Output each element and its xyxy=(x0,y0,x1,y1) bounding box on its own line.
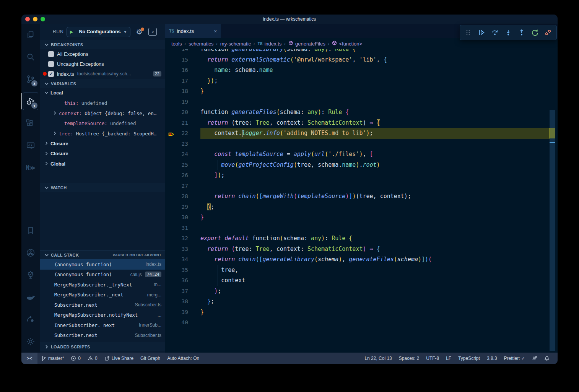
step-out-button[interactable] xyxy=(516,27,527,38)
breadcrumb-item[interactable]: generateFiles xyxy=(288,41,325,47)
breadcrumb-item[interactable]: tools xyxy=(171,41,182,47)
line-text[interactable] xyxy=(200,317,550,328)
debug-console-button[interactable]: > xyxy=(148,28,157,36)
breakpoint-row[interactable]: Uncaught Exceptions xyxy=(40,59,165,69)
code-line-17[interactable]: 17 }); xyxy=(165,76,550,86)
code-line-18[interactable]: 18} xyxy=(165,86,550,97)
gutter[interactable]: 18 xyxy=(165,86,200,97)
call-stack-frame[interactable]: (anonymous function)call.js74:24 xyxy=(40,270,165,280)
breakpoint-checkbox[interactable] xyxy=(48,61,54,67)
activity-item-nx-console[interactable]: N≫ xyxy=(21,157,40,179)
gutter[interactable]: 25 xyxy=(165,160,200,171)
line-text[interactable]: } xyxy=(200,86,550,97)
scrollbar-thumb[interactable] xyxy=(550,110,555,351)
code-line-36[interactable]: 36 context xyxy=(165,275,550,286)
section-header-loaded-scripts[interactable]: LOADED SCRIPTS xyxy=(40,342,165,351)
status-notifications[interactable] xyxy=(541,353,553,364)
status-errors[interactable]: 0 xyxy=(67,353,84,364)
launch-config-dropdown[interactable]: ▶ No Configurations ▼ xyxy=(67,27,130,37)
line-text[interactable]: }); xyxy=(200,76,550,86)
code-line-29[interactable]: 29 }; xyxy=(165,202,550,213)
close-tab-icon[interactable]: × xyxy=(214,28,217,34)
code-line-40[interactable]: 40 xyxy=(165,317,550,328)
gutter[interactable]: 29 xyxy=(165,202,200,213)
line-text[interactable]: return (tree: Tree, context: SchematicCo… xyxy=(200,244,550,255)
status-encoding[interactable]: UTF-8 xyxy=(423,353,442,364)
status-indentation[interactable]: Spaces: 2 xyxy=(395,353,423,364)
step-into-button[interactable] xyxy=(503,27,514,38)
variable-row[interactable]: Closure xyxy=(40,149,165,159)
section-header-watch[interactable]: WATCH xyxy=(40,183,165,192)
code-line-21[interactable]: 21 return (tree: Tree, context: Schemati… xyxy=(165,118,550,128)
activity-item-git-graph[interactable] xyxy=(21,242,40,264)
gutter[interactable]: 37 xyxy=(165,286,200,297)
gutter[interactable]: 40 xyxy=(165,317,200,328)
code-line-28[interactable]: 28 return chain([mergeWith(templateSourc… xyxy=(165,191,550,202)
gutter[interactable]: 31 xyxy=(165,223,200,234)
line-text[interactable] xyxy=(200,97,550,107)
call-stack-frame[interactable]: InnerSubscriber._nextInnerSub... xyxy=(40,320,165,330)
line-text[interactable]: return (tree: Tree, context: SchematicCo… xyxy=(200,118,550,128)
code-line-15[interactable]: 15 return externalSchematic('@nrwl/works… xyxy=(165,55,550,65)
step-over-button[interactable] xyxy=(490,27,500,38)
line-text[interactable]: ); xyxy=(200,286,550,297)
variable-row[interactable]: Global xyxy=(40,159,165,169)
gutter[interactable]: 14 xyxy=(165,49,200,55)
section-header-call-stack[interactable]: CALL STACK PAUSED ON BREAKPOINT xyxy=(40,250,165,259)
line-text[interactable]: export default function(schema: any): Ru… xyxy=(200,233,550,244)
code-line-26[interactable]: 26 ]); xyxy=(165,170,550,181)
line-text[interactable]: tree, xyxy=(200,265,550,276)
line-text[interactable]: } xyxy=(200,212,550,223)
gutter[interactable]: 35 xyxy=(165,265,200,276)
breadcrumb-item[interactable]: TSindex.ts xyxy=(258,41,282,47)
gutter[interactable]: 20 xyxy=(165,107,200,118)
code-line-38[interactable]: 38 }; xyxy=(165,296,550,307)
line-text[interactable] xyxy=(200,181,550,192)
activity-item-settings[interactable] xyxy=(21,330,40,353)
gutter[interactable]: 24 xyxy=(165,149,200,160)
breadcrumb-item[interactable]: schematics xyxy=(189,41,213,47)
line-text[interactable]: const templateSource = apply(url('./file… xyxy=(200,149,550,160)
configure-button[interactable]: ⚙ xyxy=(136,28,142,36)
activity-item-todo-tree[interactable] xyxy=(21,264,40,286)
code-viewport[interactable]: 14function generateLibrary(schema: any):… xyxy=(165,49,558,353)
line-text[interactable]: ]); xyxy=(200,170,550,181)
status-git-branch[interactable]: master* xyxy=(37,353,67,364)
status-live-share[interactable]: Live Share xyxy=(101,353,137,364)
continue-button[interactable] xyxy=(476,27,487,38)
variable-row[interactable]: Closure xyxy=(40,139,165,149)
line-text[interactable]: context.logger.info('adding NOTES.md to … xyxy=(200,128,550,139)
tab-index-ts[interactable]: TS index.ts × xyxy=(165,24,221,38)
disconnect-button[interactable] xyxy=(543,27,553,38)
gutter[interactable]: 19 xyxy=(165,97,200,107)
line-text[interactable]: function generateFiles(schema: any): Rul… xyxy=(200,107,550,118)
breakpoint-checkbox[interactable] xyxy=(48,51,54,57)
call-stack-frame[interactable]: Subscriber.nextSubscriber.ts xyxy=(40,300,165,310)
gutter[interactable]: 39 xyxy=(165,307,200,318)
breadcrumb-item[interactable]: <function> xyxy=(332,41,362,47)
call-stack-frame[interactable]: MergeMapSubscriber.notifyNext... xyxy=(40,310,165,320)
gutter[interactable]: 28 xyxy=(165,191,200,202)
line-text[interactable]: return externalSchematic('@nrwl/workspac… xyxy=(200,55,550,65)
activity-item-run-debug[interactable]: 1 xyxy=(21,90,40,112)
code-line-24[interactable]: 24 const templateSource = apply(url('./f… xyxy=(165,149,550,160)
activity-item-source-control[interactable]: 3 xyxy=(21,68,40,90)
gutter[interactable]: 15 xyxy=(165,55,200,65)
code-line-37[interactable]: 37 ); xyxy=(165,286,550,297)
activity-item-search[interactable] xyxy=(21,46,40,68)
line-text[interactable]: return chain([generateLibrary(schema), g… xyxy=(200,254,550,265)
gutter[interactable]: 22 xyxy=(165,128,200,139)
call-stack-frame[interactable]: MergeMapSubscriber._nextmerg... xyxy=(40,290,165,300)
gutter[interactable]: 32 xyxy=(165,233,200,244)
call-stack-frame[interactable]: MergeMapSubscriber._tryNextm... xyxy=(40,280,165,290)
breadcrumb-item[interactable]: my-schematic xyxy=(220,41,251,47)
status-ts-version[interactable]: 3.8.3 xyxy=(483,353,501,364)
breakpoint-row[interactable]: index.tstools/schematics/my-sch...22 xyxy=(40,69,165,79)
status-remote-indicator[interactable]: >< xyxy=(21,353,37,364)
gutter[interactable]: 17 xyxy=(165,76,200,86)
activity-item-extensions[interactable] xyxy=(21,112,40,135)
code-line-22[interactable]: 22 context.logger.info('adding NOTES.md … xyxy=(165,128,550,139)
code-line-27[interactable]: 27 xyxy=(165,181,550,192)
call-stack-frame[interactable]: (anonymous function)index.ts xyxy=(40,259,165,270)
status-auto-attach[interactable]: Auto Attach: On xyxy=(164,353,203,364)
